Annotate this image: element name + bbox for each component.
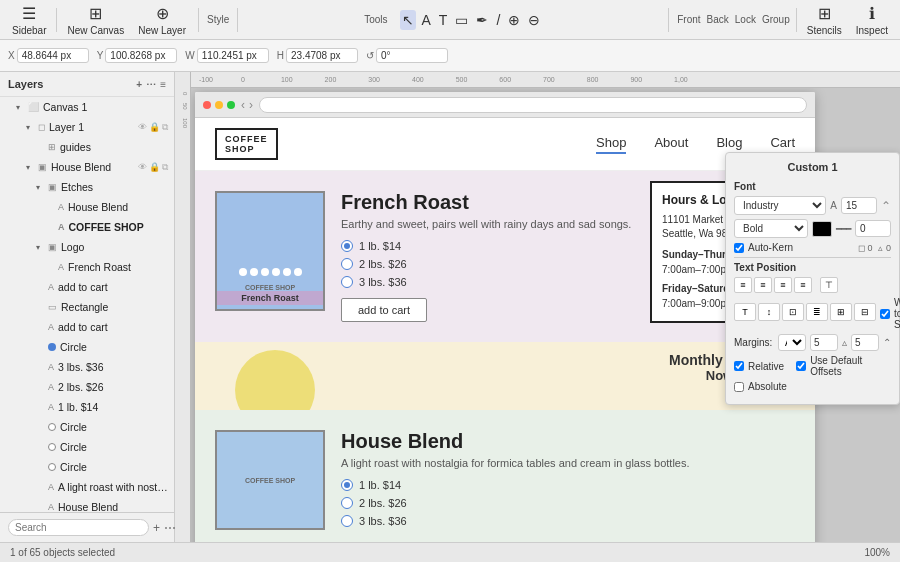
duplicate-icon[interactable]: ⧉ (162, 122, 168, 133)
layer-item[interactable]: A add to cart (0, 317, 174, 337)
y-input[interactable] (105, 48, 177, 63)
align-top-btn[interactable]: ⊤ (820, 277, 838, 293)
radio-btn[interactable] (341, 515, 353, 527)
radio-btn[interactable] (341, 497, 353, 509)
lock-icon[interactable]: 🔒 (149, 122, 160, 133)
line-tool-icon[interactable]: / (494, 10, 502, 30)
back-label[interactable]: Back (707, 14, 729, 25)
layer-item[interactable]: A House Blend (0, 197, 174, 217)
viz-btn-4[interactable]: ≣ (806, 303, 828, 321)
viz-btn-1[interactable]: T (734, 303, 756, 321)
radio-button-2lb[interactable] (341, 258, 353, 270)
font-tracking-input[interactable] (855, 220, 891, 237)
w-input[interactable] (197, 48, 269, 63)
absolute-checkbox[interactable] (734, 382, 744, 392)
layer-item[interactable]: Circle (0, 337, 174, 357)
stencils-button[interactable]: ⊞ Stencils (803, 2, 846, 38)
add-to-cart-button[interactable]: add to cart (341, 298, 427, 322)
layers-add-icon[interactable]: + (153, 521, 160, 535)
viz-btn-5[interactable]: ⊞ (830, 303, 852, 321)
minimize-dot[interactable] (215, 101, 223, 109)
layer-item[interactable]: Circle (0, 417, 174, 437)
pen-tool-icon[interactable]: ✒ (474, 10, 490, 30)
lock-label[interactable]: Lock (735, 14, 756, 25)
new-canvas-button[interactable]: ⊞ New Canvas (63, 2, 128, 38)
add-layer-icon[interactable]: + (136, 79, 142, 90)
layer-item[interactable]: ▾ ▣ Logo (0, 237, 174, 257)
nav-link-blog[interactable]: Blog (716, 135, 742, 154)
nav-link-shop[interactable]: Shop (596, 135, 626, 154)
visibility-icon[interactable]: 👁 (138, 122, 147, 133)
layer-item[interactable]: ▾ ⬜ Canvas 1 (0, 97, 174, 117)
nav-link-about[interactable]: About (654, 135, 688, 154)
new-layer-button[interactable]: ⊕ New Layer (134, 2, 190, 38)
zoom-in-icon[interactable]: ⊕ (506, 10, 522, 30)
shape-tool-icon[interactable]: ▭ (453, 10, 470, 30)
layer-item[interactable]: A COFFEE SHOP (0, 217, 174, 237)
filter-icon[interactable]: ⋯ (146, 79, 156, 90)
layer-item[interactable]: ⊞ guides (0, 137, 174, 157)
layer-item[interactable]: A add to cart (0, 277, 174, 297)
font-weight-select[interactable]: Bold (734, 219, 808, 238)
layer-item[interactable]: A House Blend (0, 497, 174, 512)
layer-item[interactable]: A A light roast with nostalgia f... (0, 477, 174, 497)
inspect-button[interactable]: ℹ Inspect (852, 2, 892, 38)
duplicate-icon[interactable]: ⧉ (162, 162, 168, 173)
align-right-btn[interactable]: ≡ (774, 277, 792, 293)
select-tool-icon[interactable]: ↖ (400, 10, 416, 30)
maximize-dot[interactable] (227, 101, 235, 109)
back-button[interactable]: ‹ (241, 98, 245, 112)
layer-item[interactable]: ▾ ▣ House Blend 👁 🔒 ⧉ (0, 157, 174, 177)
layer-item[interactable]: A 2 lbs. $26 (0, 377, 174, 397)
margins-side-select[interactable]: All (778, 334, 806, 351)
radio-button-1lb[interactable] (341, 240, 353, 252)
auto-kern-checkbox[interactable] (734, 243, 744, 253)
viz-btn-6[interactable]: ⊟ (854, 303, 876, 321)
layer-item[interactable]: A 3 lbs. $36 (0, 357, 174, 377)
relative-checkbox[interactable] (734, 361, 744, 371)
lock-icon[interactable]: 🔒 (149, 162, 160, 173)
zoom-out-icon[interactable]: ⊖ (526, 10, 542, 30)
close-dot[interactable] (203, 101, 211, 109)
x-input[interactable] (17, 48, 89, 63)
align-center-btn[interactable]: ≡ (754, 277, 772, 293)
radio-option[interactable]: 3 lbs. $36 (341, 515, 795, 527)
rotation-input[interactable] (376, 48, 448, 63)
font-color-swatch[interactable] (812, 221, 832, 237)
radio-option[interactable]: 1 lb. $14 (341, 479, 795, 491)
layer-item[interactable]: A 1 lb. $14 (0, 397, 174, 417)
radio-btn[interactable] (341, 479, 353, 491)
font-size-input[interactable] (841, 197, 877, 214)
layer-item[interactable]: ▾ ◻ Layer 1 👁 🔒 ⧉ (0, 117, 174, 137)
radio-option[interactable]: 2 lbs. $26 (341, 497, 795, 509)
group-label[interactable]: Group (762, 14, 790, 25)
sidebar-toggle-button[interactable]: ☰ Sidebar (8, 2, 50, 38)
settings-icon[interactable]: ≡ (160, 79, 166, 90)
margins-stepper[interactable]: ⌃ (883, 337, 891, 348)
browser-url-bar[interactable] (259, 97, 807, 113)
layer-item[interactable]: ▭ Rectangle (0, 297, 174, 317)
layer-item[interactable]: Circle (0, 457, 174, 477)
visibility-icon[interactable]: 👁 (138, 162, 147, 173)
layer-item[interactable]: A French Roast (0, 257, 174, 277)
viz-btn-2[interactable]: ↕ (758, 303, 780, 321)
text-tool-icon[interactable]: T (437, 10, 450, 30)
layer-item[interactable]: ▾ ▣ Etches (0, 177, 174, 197)
layer-item[interactable]: Circle (0, 437, 174, 457)
h-input[interactable] (286, 48, 358, 63)
insert-tool-icon[interactable]: A (420, 10, 433, 30)
canvas-area[interactable]: -100 0 100 200 300 400 500 600 700 800 9… (175, 72, 900, 542)
margins-value-2[interactable] (851, 334, 879, 351)
viz-btn-3[interactable]: ⊡ (782, 303, 804, 321)
layers-search-input[interactable] (8, 519, 149, 536)
align-left-btn[interactable]: ≡ (734, 277, 752, 293)
align-justify-btn[interactable]: ≡ (794, 277, 812, 293)
font-family-select[interactable]: Industry (734, 196, 826, 215)
radio-button-3lb[interactable] (341, 276, 353, 288)
margins-value-1[interactable] (810, 334, 838, 351)
front-label[interactable]: Front (677, 14, 700, 25)
use-default-offsets-checkbox[interactable] (796, 361, 806, 371)
nav-link-cart[interactable]: Cart (770, 135, 795, 154)
font-size-stepper[interactable]: ⌃ (881, 199, 891, 213)
wrap-to-shape-checkbox[interactable] (880, 309, 890, 319)
